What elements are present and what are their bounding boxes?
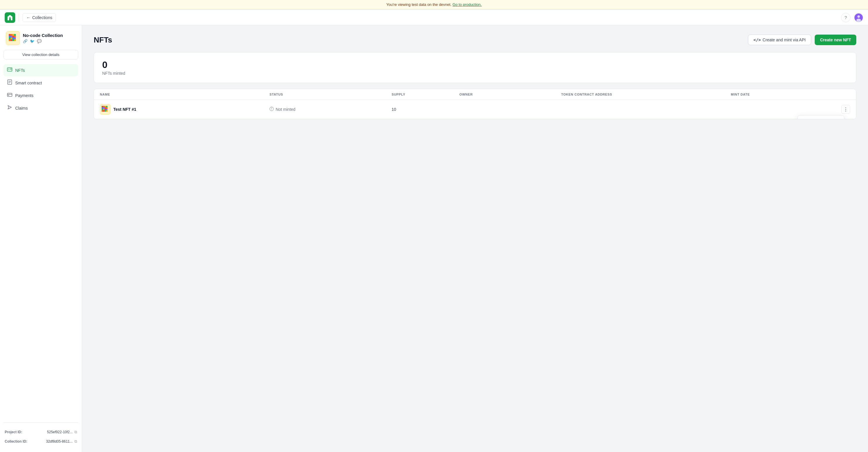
col-token-contract: TOKEN CONTRACT ADDRESS — [561, 93, 731, 96]
main-content: NFTs </> Create and mint via API Create … — [82, 25, 868, 452]
sidebar-item-smart-contract-label: Smart contract — [15, 81, 42, 85]
svg-rect-14 — [10, 37, 12, 39]
collection-social: 🔗 🐦 💬 — [23, 39, 63, 44]
svg-rect-16 — [14, 37, 16, 39]
project-id-copy-icon[interactable]: ⧉ — [74, 430, 77, 434]
mint-send-item[interactable]: Mint & send — [798, 117, 844, 119]
svg-rect-41 — [106, 107, 107, 109]
collection-id-value: 32df8d05-8611... ⧉ — [46, 439, 77, 444]
create-mint-api-button[interactable]: </> Create and mint via API — [748, 35, 811, 45]
create-new-nft-button[interactable]: Create new NFT — [815, 35, 856, 45]
svg-rect-46 — [102, 110, 103, 112]
layout: No-code Collection 🔗 🐦 💬 View collection… — [0, 25, 868, 452]
sidebar: No-code Collection 🔗 🐦 💬 View collection… — [0, 25, 82, 452]
smart-contract-icon — [7, 79, 12, 86]
col-actions — [833, 93, 850, 96]
nft-status: Not minted — [276, 107, 296, 112]
stats-card: 0 NFTs minted — [94, 52, 856, 83]
actions-dropdown-menu: Mint & send De — [798, 115, 844, 119]
page-header: NFTs </> Create and mint via API Create … — [94, 35, 856, 45]
breadcrumb-label: Collections — [32, 15, 52, 20]
top-nav: ← Collections ? — [0, 10, 868, 25]
nfts-minted-count: 0 — [102, 59, 848, 70]
sidebar-item-payments[interactable]: Payments — [3, 89, 78, 102]
nft-name: Test NFT #1 — [113, 107, 136, 112]
nfts-minted-label: NFTs minted — [102, 71, 848, 76]
api-code-icon: </> — [753, 37, 761, 42]
svg-rect-39 — [103, 107, 104, 109]
svg-rect-18 — [10, 39, 12, 41]
table-header: NAME STATUS SUPPLY OWNER TOKEN CONTRACT … — [94, 89, 856, 100]
svg-rect-19 — [12, 39, 14, 41]
svg-point-52 — [272, 110, 272, 110]
svg-rect-31 — [8, 95, 9, 95]
svg-point-3 — [856, 19, 861, 22]
sidebar-item-payments-label: Payments — [15, 93, 33, 98]
header-actions: </> Create and mint via API Create new N… — [748, 35, 856, 45]
svg-rect-7 — [12, 34, 14, 36]
project-id-row: Project ID: 525ef922-10f2... ⧉ — [3, 427, 78, 437]
sidebar-item-claims-label: Claims — [15, 106, 28, 111]
svg-rect-38 — [102, 107, 103, 109]
help-button[interactable]: ? — [841, 13, 850, 22]
not-minted-icon — [270, 107, 274, 112]
col-mint-date: MINT DATE — [731, 93, 833, 96]
svg-rect-49 — [106, 110, 107, 112]
svg-rect-42 — [102, 109, 103, 110]
svg-rect-29 — [7, 93, 12, 96]
sidebar-item-nfts[interactable]: NFTs — [3, 64, 78, 76]
col-name: NAME — [100, 93, 270, 96]
payments-icon — [7, 92, 12, 99]
view-details-button[interactable]: View collection details — [3, 50, 78, 59]
link-social-icon[interactable]: 🔗 — [23, 39, 28, 44]
sidebar-item-smart-contract[interactable]: Smart contract — [3, 77, 78, 89]
sidebar-item-claims[interactable]: Claims — [3, 102, 78, 114]
svg-rect-43 — [103, 109, 104, 110]
svg-rect-47 — [103, 110, 104, 112]
col-status: STATUS — [270, 93, 392, 96]
nft-name-cell: Test NFT #1 — [100, 104, 270, 115]
collection-name: No-code Collection — [23, 33, 63, 38]
svg-rect-44 — [104, 109, 106, 110]
production-link[interactable]: Go to production. — [453, 2, 482, 7]
claims-icon — [7, 105, 12, 111]
svg-point-2 — [858, 15, 860, 18]
nfts-icon — [7, 67, 12, 74]
svg-rect-6 — [10, 34, 12, 36]
nav-left: ← Collections — [5, 12, 56, 23]
logo[interactable] — [5, 12, 15, 23]
page-title: NFTs — [94, 35, 112, 45]
collection-id-copy-icon[interactable]: ⧉ — [74, 439, 77, 444]
svg-rect-12 — [14, 36, 16, 37]
svg-rect-37 — [106, 106, 107, 107]
svg-rect-17 — [9, 39, 10, 41]
nav-right: ? — [841, 13, 863, 22]
devnet-banner: You're viewing test data on the devnet. … — [0, 0, 868, 9]
sidebar-item-nfts-label: NFTs — [15, 68, 25, 73]
sidebar-nav: NFTs Smart contract — [3, 64, 78, 115]
nft-thumbnail — [100, 104, 111, 115]
project-id-value: 525ef922-10f2... ⧉ — [47, 430, 77, 434]
svg-rect-35 — [103, 106, 104, 107]
nft-status-cell: Not minted — [270, 107, 392, 112]
project-id-label: Project ID: — [5, 430, 22, 434]
breadcrumb-collections-button[interactable]: ← Collections — [23, 13, 56, 22]
more-actions-button[interactable]: ⋮ — [841, 105, 850, 114]
discord-social-icon[interactable]: 💬 — [37, 39, 41, 44]
avatar[interactable] — [854, 13, 863, 22]
collection-info: No-code Collection 🔗 🐦 💬 — [23, 33, 63, 44]
twitter-social-icon[interactable]: 🐦 — [30, 39, 35, 44]
sidebar-footer: Project ID: 525ef922-10f2... ⧉ Collectio… — [3, 422, 78, 446]
collection-id-label: Collection ID: — [5, 440, 27, 444]
collection-header: No-code Collection 🔗 🐦 💬 — [3, 31, 78, 50]
svg-marker-32 — [8, 106, 11, 109]
svg-rect-20 — [14, 39, 16, 41]
nft-actions-cell: ⋮ — [833, 105, 850, 114]
banner-text: You're viewing test data on the devnet. — [386, 2, 451, 7]
svg-rect-34 — [102, 106, 103, 107]
collection-thumbnail — [6, 31, 20, 45]
collection-id-row: Collection ID: 32df8d05-8611... ⧉ — [3, 437, 78, 446]
svg-rect-8 — [14, 34, 16, 36]
svg-rect-10 — [10, 36, 12, 37]
svg-rect-40 — [104, 107, 106, 109]
